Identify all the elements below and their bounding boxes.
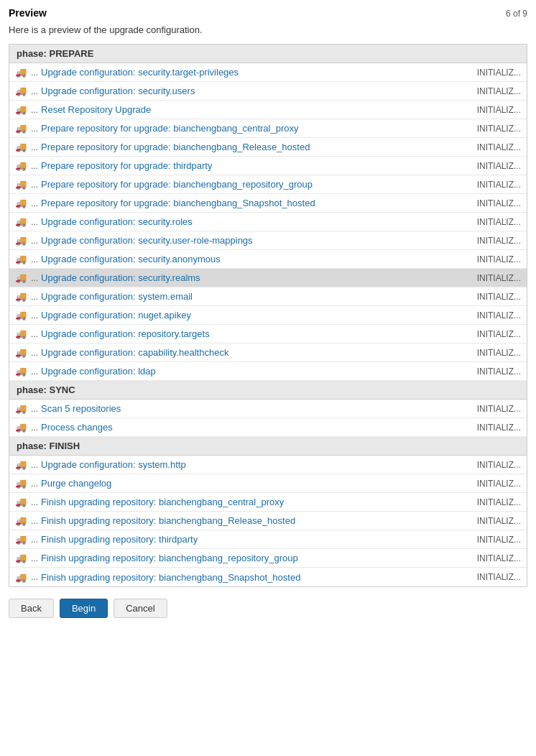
phase-header-2: phase: FINISH (9, 437, 527, 456)
task-label[interactable]: Upgrade configuration: capability.health… (41, 347, 463, 358)
task-status: INITIALIZ... (463, 180, 521, 190)
task-label[interactable]: Prepare repository for upgrade: thirdpar… (41, 160, 463, 171)
begin-button[interactable]: Begin (60, 599, 108, 618)
task-dots: ... (31, 535, 38, 545)
task-dots: ... (31, 198, 38, 208)
task-label[interactable]: Finish upgrading repository: thirdparty (41, 534, 463, 545)
cancel-button[interactable]: Cancel (114, 599, 167, 618)
task-label[interactable]: Finish upgrading repository: bianchengba… (41, 553, 463, 563)
page-title: Preview (9, 7, 47, 19)
description: Here is a preview of the upgrade configu… (9, 24, 527, 35)
table-row: 🚚...Purge changelogINITIALIZ... (9, 474, 527, 493)
task-label[interactable]: Prepare repository for upgrade: bianchen… (41, 142, 463, 152)
task-status: INITIALIZ... (463, 68, 521, 78)
task-dots: ... (31, 254, 38, 264)
truck-icon: 🚚 (15, 572, 31, 583)
table-row: 🚚...Upgrade configuration: security.user… (9, 82, 527, 101)
task-label[interactable]: Process changes (41, 422, 463, 433)
task-label[interactable]: Upgrade configuration: security.anonymou… (41, 254, 463, 264)
table-row: 🚚...Prepare repository for upgrade: bian… (9, 138, 527, 157)
truck-icon: 🚚 (15, 272, 31, 283)
task-dots: ... (31, 367, 38, 377)
task-label[interactable]: Finish upgrading repository: bianchengba… (41, 515, 463, 526)
task-status: INITIALIZ... (463, 572, 521, 582)
table-row: 🚚...Scan 5 repositoriesINITIALIZ... (9, 400, 527, 418)
task-label[interactable]: Prepare repository for upgrade: bianchen… (41, 179, 463, 190)
phase-header-0: phase: PREPARE (9, 45, 527, 63)
table-row: 🚚...Prepare repository for upgrade: thir… (9, 157, 527, 175)
task-status: INITIALIZ... (463, 423, 521, 433)
table-row: 🚚...Upgrade configuration: system.httpIN… (9, 456, 527, 474)
truck-icon: 🚚 (15, 347, 31, 358)
task-label[interactable]: Upgrade configuration: security.users (41, 86, 463, 96)
task-label[interactable]: Finish upgrading repository: bianchengba… (41, 497, 463, 507)
task-status: INITIALIZ... (463, 497, 521, 507)
task-label[interactable]: Reset Repository Upgrade (41, 104, 463, 115)
phase-header-1: phase: SYNC (9, 381, 527, 400)
task-status: INITIALIZ... (463, 553, 521, 563)
task-dots: ... (31, 217, 38, 227)
task-status: INITIALIZ... (463, 105, 521, 115)
truck-icon: 🚚 (15, 142, 31, 152)
task-status: INITIALIZ... (463, 254, 521, 264)
task-label[interactable]: Upgrade configuration: security.roles (41, 216, 463, 227)
footer-buttons: Back Begin Cancel (9, 599, 527, 618)
task-dots: ... (31, 161, 38, 171)
table-row: 🚚...Upgrade configuration: capability.he… (9, 344, 527, 362)
task-status: INITIALIZ... (463, 310, 521, 321)
task-label[interactable]: Scan 5 repositories (41, 403, 463, 414)
truck-icon: 🚚 (15, 459, 31, 470)
truck-icon: 🚚 (15, 403, 31, 414)
table-row: 🚚...Process changesINITIALIZ... (9, 418, 527, 437)
task-label[interactable]: Finish upgrading repository: bianchengba… (41, 572, 463, 583)
truck-icon: 🚚 (15, 235, 31, 246)
table-row: 🚚...Finish upgrading repository: bianche… (9, 549, 527, 568)
truck-icon: 🚚 (15, 366, 31, 377)
truck-icon: 🚚 (15, 497, 31, 507)
truck-icon: 🚚 (15, 160, 31, 171)
truck-icon: 🚚 (15, 104, 31, 115)
table-row: 🚚...Finish upgrading repository: bianche… (9, 512, 527, 530)
back-button[interactable]: Back (9, 599, 54, 618)
task-status: INITIALIZ... (463, 142, 521, 152)
page-counter: 6 of 9 (506, 9, 527, 19)
task-label[interactable]: Upgrade configuration: security.user-rol… (41, 235, 463, 246)
task-status: INITIALIZ... (463, 86, 521, 96)
task-dots: ... (31, 142, 38, 152)
task-label[interactable]: Upgrade configuration: security.target-p… (41, 67, 463, 78)
task-status: INITIALIZ... (463, 367, 521, 377)
truck-icon: 🚚 (15, 310, 31, 321)
task-dots: ... (31, 497, 38, 507)
task-label[interactable]: Upgrade configuration: ldap (41, 366, 463, 377)
task-dots: ... (31, 423, 38, 433)
table-row: 🚚...Prepare repository for upgrade: bian… (9, 119, 527, 138)
task-label[interactable]: Prepare repository for upgrade: bianchen… (41, 198, 463, 208)
task-label[interactable]: Purge changelog (41, 478, 463, 489)
task-label[interactable]: Upgrade configuration: repository.target… (41, 328, 463, 339)
task-dots: ... (31, 68, 38, 78)
task-status: INITIALIZ... (463, 479, 521, 489)
task-label[interactable]: Upgrade configuration: nuget.apikey (41, 310, 463, 321)
task-label[interactable]: Upgrade configuration: system.http (41, 459, 463, 470)
task-dots: ... (31, 86, 38, 96)
task-dots: ... (31, 124, 38, 134)
table-row: 🚚...Reset Repository UpgradeINITIALIZ... (9, 101, 527, 119)
truck-icon: 🚚 (15, 254, 31, 264)
task-status: INITIALIZ... (463, 198, 521, 208)
table-row: 🚚...Upgrade configuration: security.anon… (9, 250, 527, 269)
task-label[interactable]: Upgrade configuration: security.realms (41, 272, 463, 283)
task-dots: ... (31, 310, 38, 321)
task-status: INITIALIZ... (463, 535, 521, 545)
task-status: INITIALIZ... (463, 236, 521, 246)
table-row: 🚚...Upgrade configuration: ldapINITIALIZ… (9, 362, 527, 381)
table-row: 🚚...Upgrade configuration: security.role… (9, 213, 527, 231)
table-row: 🚚...Finish upgrading repository: thirdpa… (9, 530, 527, 549)
truck-icon: 🚚 (15, 179, 31, 190)
table-row: 🚚...Prepare repository for upgrade: bian… (9, 194, 527, 213)
task-label[interactable]: Upgrade configuration: system.email (41, 291, 463, 302)
task-label[interactable]: Prepare repository for upgrade: bianchen… (41, 123, 463, 134)
task-dots: ... (31, 348, 38, 358)
task-dots: ... (31, 572, 38, 582)
truck-icon: 🚚 (15, 67, 31, 78)
table-row: 🚚...Finish upgrading repository: bianche… (9, 568, 527, 586)
